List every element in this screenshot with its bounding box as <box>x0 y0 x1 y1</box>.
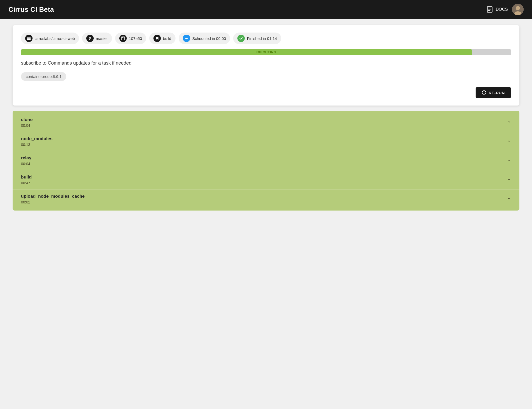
svg-point-4 <box>90 37 91 38</box>
chevron-down-icon-upload-cache: ⌄ <box>507 195 511 201</box>
step-item-build[interactable]: build 00:47 ⌄ <box>13 170 519 190</box>
container-tag: container:node:8.9.1 <box>21 72 66 81</box>
svg-rect-7 <box>121 37 125 40</box>
box-icon <box>119 35 127 42</box>
avatar-image <box>512 4 524 15</box>
scheduled-label: Scheduled in 00:00 <box>192 36 226 41</box>
step-time-node-modules: 00:13 <box>21 143 52 147</box>
svg-point-5 <box>89 39 90 40</box>
step-item-clone[interactable]: clone 00:04 ⌄ <box>13 113 519 132</box>
task-card: cirruslabs/cirrus-ci-web master <box>13 25 519 106</box>
step-name-build: build <box>21 175 32 180</box>
branch-label: master <box>96 36 108 41</box>
chevron-down-icon-relay: ⌄ <box>507 156 511 162</box>
repo-label: cirruslabs/cirrus-ci-web <box>35 36 75 41</box>
step-content-build: build 00:47 <box>21 175 32 185</box>
step-name-upload-cache: upload_node_modules_cache <box>21 194 85 199</box>
branch-pill[interactable]: master <box>82 33 112 44</box>
header-right: DOCS <box>486 4 524 15</box>
step-time-relay: 00:04 <box>21 162 31 166</box>
docs-label: DOCS <box>496 7 508 12</box>
docs-link[interactable]: DOCS <box>486 6 508 13</box>
task-label: build <box>163 36 171 41</box>
progress-bar-container: EXECUTING <box>21 49 511 55</box>
svg-point-8 <box>185 38 186 39</box>
step-content-clone: clone 00:04 <box>21 117 33 128</box>
step-time-upload-cache: 00:02 <box>21 200 85 204</box>
app-title: Cirrus CI Beta <box>8 6 54 14</box>
step-item-upload-cache[interactable]: upload_node_modules_cache 00:02 ⌄ <box>13 190 519 208</box>
step-name-relay: relay <box>21 155 31 161</box>
bookmark-icon <box>153 35 161 42</box>
list-icon <box>25 35 33 42</box>
task-pill[interactable]: build <box>149 33 175 44</box>
dots-icon <box>183 35 190 42</box>
chevron-down-icon-node-modules: ⌄ <box>507 137 511 143</box>
chevron-down-icon-clone: ⌄ <box>507 118 511 124</box>
task-description: subscribe to Commands updates for a task… <box>21 60 511 66</box>
breadcrumb: cirruslabs/cirrus-ci-web master <box>21 33 511 44</box>
rerun-label: RE-RUN <box>489 91 505 95</box>
book-icon <box>486 6 494 13</box>
step-item-relay[interactable]: relay 00:04 ⌄ <box>13 151 519 170</box>
scheduled-pill[interactable]: Scheduled in 00:00 <box>179 33 230 44</box>
svg-point-3 <box>89 37 90 38</box>
chevron-down-icon-build: ⌄ <box>507 176 511 181</box>
repo-pill[interactable]: cirruslabs/cirrus-ci-web <box>21 33 79 44</box>
refresh-icon <box>482 90 487 95</box>
progress-label: EXECUTING <box>256 50 276 54</box>
commit-pill[interactable]: 107e50 <box>115 33 146 44</box>
step-time-clone: 00:04 <box>21 123 33 128</box>
steps-card: clone 00:04 ⌄ node_modules 00:13 ⌄ relay… <box>13 111 519 211</box>
check-icon <box>237 35 245 42</box>
step-content-upload-cache: upload_node_modules_cache 00:02 <box>21 194 85 204</box>
svg-point-10 <box>187 38 188 39</box>
rerun-button[interactable]: RE-RUN <box>476 87 511 98</box>
finished-pill[interactable]: Finished in 01:14 <box>233 33 281 44</box>
commit-label: 107e50 <box>129 36 142 41</box>
step-time-build: 00:47 <box>21 181 32 185</box>
step-name-node-modules: node_modules <box>21 136 52 141</box>
step-content-relay: relay 00:04 <box>21 155 31 166</box>
svg-point-1 <box>516 6 520 10</box>
svg-point-9 <box>186 38 187 39</box>
finished-label: Finished in 01:14 <box>247 36 277 41</box>
step-name-clone: clone <box>21 117 33 122</box>
header: Cirrus CI Beta DOCS <box>0 0 532 19</box>
step-content-node-modules: node_modules 00:13 <box>21 136 52 147</box>
fork-icon <box>86 35 94 42</box>
progress-bar-fill <box>21 49 472 55</box>
step-item-node-modules[interactable]: node_modules 00:13 ⌄ <box>13 132 519 151</box>
avatar[interactable] <box>512 4 524 15</box>
main-content: cirruslabs/cirrus-ci-web master <box>0 19 532 217</box>
